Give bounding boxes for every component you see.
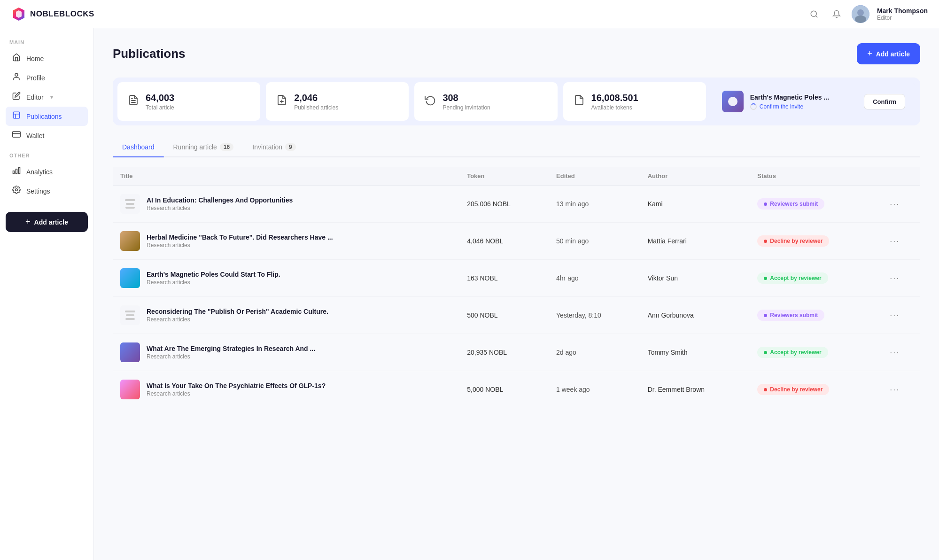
svg-point-5: [857, 9, 864, 16]
svg-rect-11: [13, 132, 21, 137]
table-row: Herbal Medicine "Back To Future". Did Re…: [113, 223, 920, 260]
col-actions: [882, 167, 920, 186]
status-badge: Accept by reviewer: [757, 347, 828, 358]
more-options-button[interactable]: ···: [890, 311, 900, 320]
stat-published-info: 2,046 Published articles: [294, 93, 338, 111]
svg-point-6: [855, 16, 866, 23]
article-info: What Are The Emerging Strategies In Rese…: [147, 345, 315, 360]
author-value: Dr. Eemmett Brown: [648, 386, 705, 393]
stat-tokens: 16,008.501 Available tokens: [563, 82, 706, 121]
stat-published-icon: [276, 94, 287, 109]
more-options-button[interactable]: ···: [890, 385, 900, 394]
search-icon[interactable]: [807, 7, 822, 22]
article-thumb: [120, 342, 140, 362]
more-options-button[interactable]: ···: [890, 273, 900, 283]
article-cell: Earth's Magnetic Poles Could Start To Fl…: [120, 268, 452, 288]
notifications-icon[interactable]: [829, 7, 844, 22]
status-badge: Accept by reviewer: [757, 272, 828, 284]
tab-invitation-label: Invintation: [252, 143, 282, 151]
sidebar-item-wallet[interactable]: Wallet: [6, 126, 88, 145]
article-info: AI In Education: Challenges And Opportun…: [147, 196, 293, 211]
author-value: Ann Gorbunova: [648, 311, 694, 319]
stats-row: 64,003 Total article 2,046 Published art…: [113, 78, 920, 125]
stat-tokens-info: 16,008.501 Available tokens: [591, 93, 638, 111]
sidebar-item-wallet-label: Wallet: [26, 132, 44, 140]
edited-value: 13 min ago: [556, 200, 589, 208]
more-options-button[interactable]: ···: [890, 199, 900, 209]
status-dot: [764, 202, 767, 206]
add-article-label: Add article: [876, 50, 910, 58]
sidebar-item-home-label: Home: [26, 55, 44, 62]
status-label: Accept by reviewer: [770, 275, 821, 281]
article-title: Herbal Medicine "Back To Future". Did Re…: [147, 233, 333, 241]
table-row: AI In Education: Challenges And Opportun…: [113, 186, 920, 223]
more-options-button[interactable]: ···: [890, 348, 900, 357]
sidebar-item-analytics[interactable]: Analytics: [6, 162, 88, 181]
tab-invitation-badge: 9: [285, 143, 296, 151]
sidebar-add-article-button[interactable]: + Add article: [6, 212, 88, 232]
svg-rect-14: [16, 169, 17, 174]
more-options-button[interactable]: ···: [890, 236, 900, 246]
article-cell: AI In Education: Challenges And Opportun…: [120, 194, 452, 214]
confirm-info: Earth's Magnetic Poles ... Confirm the i…: [750, 93, 857, 110]
stat-published-label: Published articles: [294, 104, 338, 111]
page-title: Publications: [113, 47, 186, 61]
sidebar-item-publications[interactable]: Publications: [6, 107, 88, 126]
editor-icon: [11, 92, 22, 102]
svg-rect-8: [13, 112, 20, 118]
author-value: Mattia Ferrari: [648, 237, 687, 245]
analytics-icon: [11, 166, 22, 177]
sidebar-item-editor[interactable]: Editor ▾: [6, 87, 88, 107]
status-dot: [764, 314, 767, 317]
sidebar-item-settings-label: Settings: [26, 187, 50, 195]
edited-value: 1 week ago: [556, 386, 590, 393]
article-cell: Reconsidering The "Publish Or Perish" Ac…: [120, 305, 452, 325]
sidebar-item-profile-label: Profile: [26, 74, 45, 82]
status-dot: [764, 277, 767, 280]
chevron-down-icon: ▾: [50, 94, 53, 101]
col-status: Status: [750, 167, 882, 186]
status-dot: [764, 351, 767, 354]
table-body: AI In Education: Challenges And Opportun…: [113, 186, 920, 408]
stat-pending-info: 308 Pending invintation: [442, 93, 490, 111]
confirm-title: Earth's Magnetic Poles ...: [750, 93, 829, 101]
tab-dashboard[interactable]: Dashboard: [113, 139, 164, 156]
status-label: Decline by reviewer: [770, 238, 823, 244]
stat-pending-value: 308: [442, 93, 490, 103]
main-content: Publications + Add article 64,003 Total …: [94, 28, 939, 560]
article-title: Reconsidering The "Publish Or Perish" Ac…: [147, 308, 328, 315]
confirm-button[interactable]: Confirm: [864, 94, 905, 109]
article-thumb: [120, 231, 140, 251]
tab-running-label: Running article: [173, 143, 217, 151]
status-label: Decline by reviewer: [770, 386, 823, 393]
stat-pending-label: Pending invintation: [442, 104, 490, 111]
tab-running[interactable]: Running article 16: [164, 139, 243, 156]
sidebar-add-article-label: Add article: [34, 218, 68, 226]
sidebar-item-settings[interactable]: Settings: [6, 181, 88, 201]
logo-text: NOBLEBLOCKS: [30, 9, 94, 19]
article-thumb: [120, 194, 140, 214]
avatar[interactable]: [852, 5, 869, 23]
article-category: Research articles: [147, 390, 326, 397]
stat-published: 2,046 Published articles: [266, 82, 409, 121]
topbar-right: Mark Thompson Editor: [807, 5, 928, 23]
table-row: Earth's Magnetic Poles Could Start To Fl…: [113, 260, 920, 297]
status-label: Reviewers submit: [770, 312, 818, 319]
stat-tokens-icon: [574, 94, 585, 109]
stat-published-value: 2,046: [294, 93, 338, 103]
article-title: AI In Education: Challenges And Opportun…: [147, 196, 293, 204]
tab-invitation[interactable]: Invintation 9: [243, 139, 305, 156]
status-badge: Decline by reviewer: [757, 235, 829, 247]
status-label: Accept by reviewer: [770, 349, 821, 356]
add-article-button[interactable]: + Add article: [857, 43, 920, 64]
sidebar-item-home[interactable]: Home: [6, 49, 88, 68]
article-cell: What Is Your Take On The Psychiatric Eff…: [120, 380, 452, 399]
edited-value: 4hr ago: [556, 274, 578, 282]
status-dot: [764, 240, 767, 243]
sidebar: MAIN Home Profile Editor ▾ Publications: [0, 28, 94, 560]
articles-table: Title Token Edited Author Status AI In E…: [113, 167, 920, 408]
user-info: Mark Thompson Editor: [877, 7, 928, 21]
sidebar-main-label: MAIN: [6, 39, 88, 45]
sidebar-item-profile[interactable]: Profile: [6, 68, 88, 87]
stat-total-info: 64,003 Total article: [146, 93, 174, 111]
